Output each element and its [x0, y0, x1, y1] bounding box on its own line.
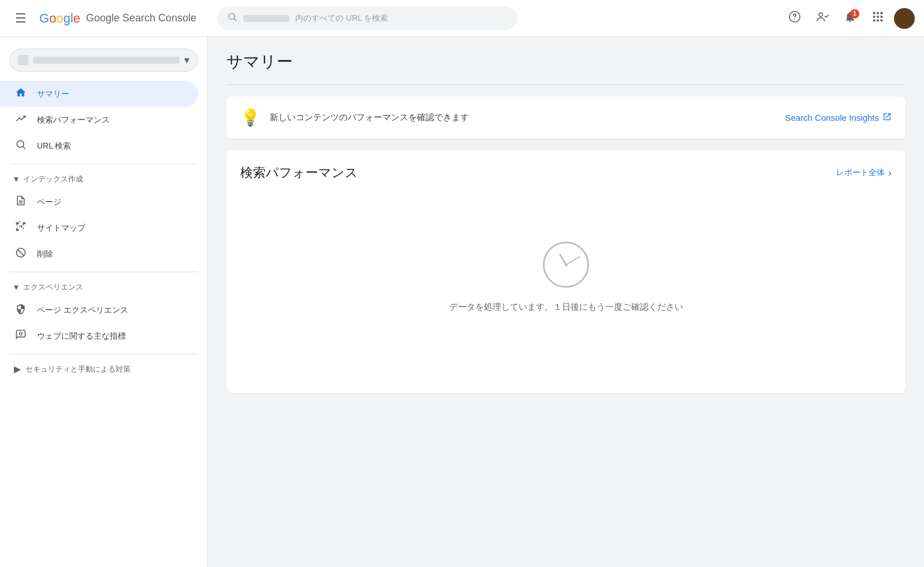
- sidebar-item-url-inspection[interactable]: URL 検索: [0, 133, 198, 159]
- chevron-right-icon-security: ▶: [14, 364, 21, 375]
- section-header-index[interactable]: ▾ インデックス作成: [0, 169, 207, 189]
- title-divider: [226, 84, 906, 85]
- main-layout: ▾ サマリー 検索パフォーマンス: [0, 37, 924, 567]
- sidebar-label-pages: ページ: [37, 197, 61, 207]
- logo-o2: o: [56, 11, 63, 25]
- insight-text: 新しいコンテンツのパフォーマンスを確認できます: [270, 112, 776, 123]
- sidebar-label-sitemap: サイトマップ: [37, 223, 85, 234]
- sitemap-icon: [14, 221, 28, 235]
- pages-icon: [14, 195, 28, 209]
- section-label-experience: エクスペリエンス: [23, 282, 83, 292]
- sidebar-item-page-experience[interactable]: ページ エクスペリエンス: [0, 297, 198, 323]
- sidebar-item-summary[interactable]: サマリー: [0, 81, 198, 107]
- web-vitals-icon: [14, 329, 28, 343]
- section-header-experience[interactable]: ▾ エクスペリエンス: [0, 277, 207, 297]
- chevron-down-icon-experience: ▾: [14, 281, 18, 292]
- search-icon: [227, 12, 237, 25]
- app-header: ☰ Google Google Search Console 内のすべての UR…: [0, 0, 924, 37]
- property-selector[interactable]: ▾: [9, 49, 198, 72]
- sidebar-item-web-vitals[interactable]: ウェブに関する主な指標: [0, 323, 198, 349]
- bulb-icon: 💡: [240, 108, 260, 127]
- clock-center-dot: [565, 264, 568, 266]
- main-content: サマリー 💡 新しいコンテンツのパフォーマンスを確認できます Search Co…: [208, 37, 924, 567]
- section-label-security: セキュリティと手動による対策: [25, 364, 131, 375]
- header-actions: 1: [783, 7, 915, 30]
- full-report-link[interactable]: レポート全体 ›: [836, 167, 892, 179]
- hamburger-icon: ☰: [15, 11, 27, 26]
- sidebar-item-sitemap[interactable]: サイトマップ: [0, 215, 198, 241]
- apps-button[interactable]: [866, 7, 889, 30]
- menu-button[interactable]: ☰: [9, 7, 32, 30]
- chevron-down-icon-index: ▾: [14, 173, 18, 184]
- full-report-label: レポート全体: [836, 168, 885, 178]
- svg-rect-12: [877, 20, 879, 22]
- page-experience-icon: [14, 303, 28, 317]
- sidebar-item-removal[interactable]: 削除: [0, 241, 198, 267]
- section-label-index: インデックス作成: [23, 174, 83, 184]
- svg-rect-13: [881, 20, 883, 22]
- divider-1: [9, 164, 198, 164]
- external-link-icon: [882, 112, 892, 124]
- trending-up-icon: [14, 113, 28, 127]
- notifications-button[interactable]: 1: [839, 7, 862, 30]
- insights-link-label: Search Console Insights: [785, 113, 879, 123]
- svg-rect-11: [873, 20, 875, 22]
- removal-icon: [14, 247, 28, 261]
- svg-rect-7: [881, 12, 883, 14]
- page-title: サマリー: [226, 51, 906, 73]
- loading-text: データを処理しています。１日後にもう一度ご確認ください: [449, 302, 683, 313]
- app-logo: Google Google Search Console: [39, 11, 196, 26]
- search-redacted: [243, 15, 289, 22]
- sidebar-label-page-experience: ページ エクスペリエンス: [37, 305, 128, 316]
- section-header-security[interactable]: ▶ セキュリティと手動による対策: [0, 359, 207, 379]
- search-container: 内のすべての URL を検索: [217, 6, 517, 30]
- search-console-insights-link[interactable]: Search Console Insights: [785, 112, 892, 124]
- url-search-icon: [14, 139, 28, 153]
- card-header: 検索パフォーマンス レポート全体 ›: [240, 164, 892, 181]
- sidebar-item-search-performance[interactable]: 検索パフォーマンス: [0, 107, 198, 133]
- logo-g2: g: [64, 11, 70, 25]
- sidebar-item-pages[interactable]: ページ: [0, 189, 198, 215]
- manage-users-icon: [816, 10, 829, 26]
- card-title: 検索パフォーマンス: [240, 164, 358, 181]
- insight-banner: 💡 新しいコンテンツのパフォーマンスを確認できます Search Console…: [226, 97, 906, 139]
- svg-rect-9: [877, 16, 879, 18]
- logo-g: G: [39, 11, 49, 25]
- svg-rect-10: [881, 16, 883, 18]
- svg-rect-5: [873, 12, 875, 14]
- sidebar-label-removal: 削除: [37, 249, 53, 260]
- sidebar-label-web-vitals: ウェブに関する主な指標: [37, 331, 126, 342]
- notification-count: 1: [850, 9, 859, 18]
- svg-rect-6: [877, 12, 879, 14]
- svg-rect-8: [873, 16, 875, 18]
- property-name: [33, 57, 180, 64]
- help-icon: [788, 10, 801, 26]
- app-name: Google Search Console: [86, 12, 196, 24]
- clock-icon: [543, 242, 589, 288]
- logo-o1: o: [49, 11, 56, 25]
- performance-card: 検索パフォーマンス レポート全体 › データを処理しています。１日後にもう一度ご…: [226, 150, 906, 393]
- chevron-right-icon: ›: [888, 167, 892, 179]
- property-dropdown-icon: ▾: [184, 54, 189, 66]
- manage-users-button[interactable]: [811, 7, 834, 30]
- clock-minute-hand: [566, 256, 580, 265]
- svg-line-1: [234, 18, 236, 20]
- sidebar-label-url-inspection: URL 検索: [37, 141, 71, 151]
- apps-icon: [871, 10, 884, 26]
- user-avatar[interactable]: [894, 8, 915, 29]
- search-bar: 内のすべての URL を検索: [217, 6, 517, 30]
- property-favicon: [18, 55, 28, 65]
- svg-line-15: [23, 147, 25, 149]
- svg-point-4: [819, 13, 822, 16]
- sidebar-label-search-performance: 検索パフォーマンス: [37, 115, 110, 125]
- sidebar: ▾ サマリー 検索パフォーマンス: [0, 37, 208, 567]
- search-placeholder: 内のすべての URL を検索: [295, 13, 388, 24]
- divider-2: [9, 272, 198, 272]
- loading-placeholder: データを処理しています。１日後にもう一度ご確認ください: [240, 195, 892, 347]
- divider-3: [9, 354, 198, 354]
- sidebar-label-summary: サマリー: [37, 89, 69, 99]
- svg-point-3: [794, 18, 795, 19]
- home-icon: [14, 87, 28, 101]
- help-button[interactable]: [783, 7, 806, 30]
- logo-e: e: [73, 11, 80, 25]
